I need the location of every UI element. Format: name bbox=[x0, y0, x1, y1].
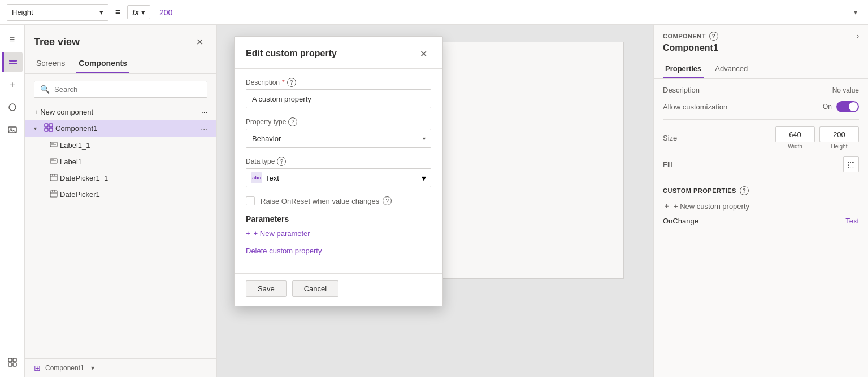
raise-onreset-row: Raise OnReset when value changes ? bbox=[246, 196, 431, 205]
datepicker-icon bbox=[50, 173, 58, 183]
height-label: Height bbox=[831, 143, 848, 150]
components-icon[interactable] bbox=[2, 352, 23, 372]
rp-fill-label: Fill bbox=[663, 160, 843, 169]
formula-bar-chevron[interactable]: ▾ bbox=[850, 8, 861, 16]
layers-icon[interactable] bbox=[2, 52, 23, 72]
property-type-select[interactable]: Behavior Input Output bbox=[246, 129, 431, 148]
required-marker: * bbox=[282, 78, 285, 86]
fill-color-button[interactable]: ⬚ bbox=[843, 156, 859, 172]
parameters-section: Parameters + + New parameter bbox=[246, 214, 431, 238]
svg-rect-8 bbox=[13, 363, 16, 366]
tab-screens[interactable]: Screens bbox=[34, 54, 67, 73]
tree-footer: ⊞ Component1 ▾ bbox=[25, 358, 216, 377]
property-type-label: Property type bbox=[246, 118, 286, 126]
onchange-value[interactable]: Text bbox=[845, 217, 859, 225]
property-select[interactable]: Height ▾ bbox=[7, 4, 108, 21]
svg-rect-12 bbox=[49, 128, 53, 131]
footer-chevron-icon[interactable]: ▾ bbox=[91, 364, 94, 372]
cancel-button[interactable]: Cancel bbox=[292, 280, 338, 297]
component-name: Component1 bbox=[654, 43, 868, 60]
hamburger-menu-icon[interactable]: ≡ bbox=[2, 29, 23, 50]
tree-tabs: Screens Components bbox=[25, 54, 216, 74]
tree-close-button[interactable]: ✕ bbox=[192, 34, 207, 50]
main-layout: ≡ ＋ bbox=[0, 25, 868, 377]
tab-properties[interactable]: Properties bbox=[663, 60, 704, 78]
equals-sign: = bbox=[113, 7, 123, 17]
width-field: Width bbox=[775, 126, 815, 150]
width-label: Width bbox=[788, 143, 802, 150]
fx-button[interactable]: fx ▾ bbox=[127, 5, 150, 19]
footer-component-label: Component1 bbox=[45, 364, 84, 372]
tree-item-datepicker1_1[interactable]: DatePicker1_1 bbox=[25, 170, 216, 186]
svg-rect-16 bbox=[50, 191, 57, 197]
onchange-field: OnChange Text bbox=[663, 217, 859, 225]
tree-item-label1[interactable]: Label1 bbox=[25, 154, 216, 170]
data-type-help-icon[interactable]: ? bbox=[277, 157, 286, 166]
svg-point-4 bbox=[10, 128, 12, 130]
tree-item-component1[interactable]: ▾ Component1 ··· bbox=[25, 120, 216, 137]
right-panel: COMPONENT ? › Component1 Properties Adva… bbox=[653, 25, 868, 377]
new-component-button[interactable]: + New component ··· bbox=[25, 104, 216, 120]
new-custom-label: + New custom property bbox=[674, 202, 749, 211]
description-field: Description * ? bbox=[246, 78, 431, 108]
search-icon: 🔍 bbox=[40, 85, 50, 94]
component-help-icon[interactable]: ? bbox=[709, 32, 718, 41]
svg-rect-7 bbox=[8, 363, 12, 366]
divider-1 bbox=[663, 119, 859, 120]
component1-more-icon[interactable]: ··· bbox=[201, 124, 207, 133]
modal-footer: Save Cancel bbox=[235, 273, 442, 306]
new-parameter-button[interactable]: + + New parameter bbox=[246, 229, 431, 238]
rp-allow-customization-label: Allow customization bbox=[663, 103, 823, 111]
svg-rect-5 bbox=[8, 358, 12, 362]
svg-rect-15 bbox=[50, 174, 57, 181]
tab-components[interactable]: Components bbox=[76, 54, 129, 73]
data-type-select-wrap: abc Text ▾ bbox=[246, 168, 431, 187]
new-component-label: + New component bbox=[34, 108, 93, 116]
top-bar: Height ▾ = fx ▾ ▾ bbox=[0, 0, 868, 25]
formula-bar[interactable] bbox=[155, 4, 845, 21]
height-input[interactable] bbox=[819, 126, 859, 142]
allow-customization-toggle[interactable] bbox=[836, 101, 859, 112]
tree-panel: Tree view ✕ Screens Components 🔍 + New c… bbox=[25, 25, 217, 377]
modal-title: Edit custom property bbox=[246, 49, 337, 59]
tab-advanced[interactable]: Advanced bbox=[713, 60, 750, 78]
custom-properties-help-icon[interactable]: ? bbox=[740, 186, 749, 195]
modal-close-button[interactable]: ✕ bbox=[415, 46, 431, 62]
raise-onreset-help-icon[interactable]: ? bbox=[383, 196, 392, 205]
description-input[interactable] bbox=[246, 89, 431, 108]
property-type-help-icon[interactable]: ? bbox=[288, 117, 297, 126]
modal-header: Edit custom property ✕ bbox=[235, 37, 442, 69]
chevron-down-icon: ▾ bbox=[99, 8, 103, 16]
component1-label: Component1 bbox=[55, 124, 198, 133]
shapes-icon[interactable] bbox=[2, 97, 23, 117]
svg-rect-11 bbox=[45, 128, 48, 131]
onchange-label: OnChange bbox=[663, 217, 698, 225]
rp-size-label: Size bbox=[663, 134, 775, 142]
property-type-field: Property type ? Behavior Input Output ▾ bbox=[246, 117, 431, 148]
add-icon[interactable]: ＋ bbox=[2, 74, 23, 95]
chevron-down-icon: ▾ bbox=[34, 125, 42, 131]
tree-items: ▾ Component1 ··· bbox=[25, 120, 216, 358]
more-options-icon[interactable]: ··· bbox=[201, 108, 207, 116]
raise-onreset-checkbox[interactable] bbox=[246, 196, 255, 205]
datepicker-icon bbox=[50, 190, 58, 199]
size-inputs: Width Height bbox=[775, 126, 859, 150]
tree-search[interactable]: 🔍 bbox=[34, 81, 207, 98]
right-panel-chevron-icon[interactable]: › bbox=[857, 32, 859, 40]
right-panel-tabs: Properties Advanced bbox=[654, 60, 868, 79]
datepicker1_1-label: DatePicker1_1 bbox=[60, 174, 207, 182]
data-type-select-display[interactable]: abc Text ▾ bbox=[246, 168, 431, 187]
search-input[interactable] bbox=[54, 85, 201, 94]
tree-item-datepicker1[interactable]: DatePicker1 bbox=[25, 186, 216, 203]
media-icon[interactable] bbox=[2, 120, 23, 140]
description-help-icon[interactable]: ? bbox=[287, 78, 296, 87]
label1-label: Label1 bbox=[60, 157, 207, 166]
datepicker1-label: DatePicker1 bbox=[60, 190, 207, 199]
tree-item-label1_1[interactable]: Label1_1 bbox=[25, 137, 216, 154]
delete-custom-property-link[interactable]: Delete custom property bbox=[246, 247, 431, 255]
save-button[interactable]: Save bbox=[246, 280, 287, 297]
width-input[interactable] bbox=[775, 126, 815, 142]
new-custom-property-button[interactable]: ＋ + New custom property bbox=[663, 201, 859, 211]
canvas-area[interactable]: Begin: End: Edit custom property ✕ bbox=[217, 25, 653, 377]
svg-rect-9 bbox=[45, 124, 48, 127]
